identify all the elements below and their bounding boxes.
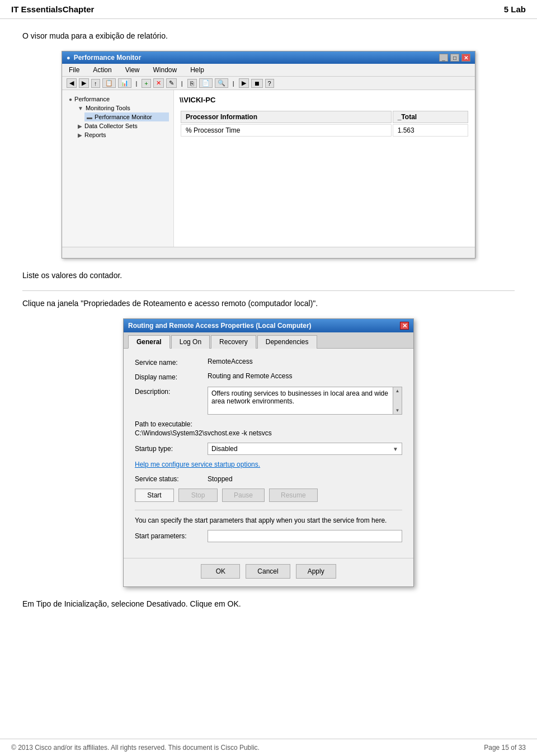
help-link[interactable]: Help me configure service startup option… (135, 461, 402, 468)
footer-page-info: Page 15 of 33 (484, 744, 526, 752)
path-section: Path to executable: C:\Windows\System32\… (135, 420, 402, 437)
main-content: O visor muda para a exibição de relatóri… (0, 19, 537, 626)
service-name-row: Service name: RemoteAccess (135, 358, 402, 367)
toolbar-copy[interactable]: ⎘ (187, 79, 197, 88)
dialog-body: Service name: RemoteAccess Display name:… (124, 349, 413, 558)
close-btn[interactable]: ✕ (461, 54, 470, 62)
toolbar-delete[interactable]: ✕ (153, 78, 164, 88)
toolbar-icon1[interactable]: 📋 (102, 78, 116, 88)
menu-help[interactable]: Help (188, 65, 206, 75)
report-row-label: % Processor Time (181, 124, 392, 137)
sidebar-reports[interactable]: ▶ Reports (76, 130, 169, 139)
sidebar-performance[interactable]: ● Performance (67, 95, 169, 104)
display-name-label: Display name: (135, 372, 208, 381)
resume-button[interactable]: Resume (269, 489, 318, 502)
description-row: Description: Offers routing services to … (135, 387, 402, 415)
menu-file[interactable]: File (67, 65, 82, 75)
params-label: Start parameters: (135, 532, 208, 540)
sidebar-perf-monitor[interactable]: ▬ Performance Monitor (84, 112, 169, 121)
dialog-footer: OK Cancel Apply (124, 558, 413, 586)
stop-button[interactable]: Stop (178, 489, 218, 502)
section2-text: Liste os valores do contador. (22, 270, 515, 281)
report-table: Processor Information _Total % Processor… (180, 110, 469, 138)
apply-button[interactable]: Apply (296, 564, 336, 579)
dropdown-arrow-icon: ▼ (393, 446, 398, 452)
report-col1-header: Processor Information (181, 111, 392, 123)
menu-action[interactable]: Action (91, 65, 114, 75)
dialog-titlebar: Routing and Remote Access Properties (Lo… (124, 319, 413, 332)
description-scrollbar[interactable]: ▲ ▼ (393, 387, 402, 414)
tab-dependencies[interactable]: Dependencies (257, 335, 317, 349)
intro-text: O visor muda para a exibição de relatóri… (22, 30, 515, 42)
toolbar-stop[interactable]: ⏹ (251, 79, 263, 88)
report-col2-header: _Total (393, 111, 468, 123)
scroll-down-arrow: ▼ (395, 408, 400, 413)
routing-dialog: Routing and Remote Access Properties (Lo… (123, 318, 414, 587)
footer-copyright: © 2013 Cisco and/or its affiliates. All … (11, 744, 260, 752)
menu-view[interactable]: View (123, 65, 142, 75)
start-button[interactable]: Start (135, 489, 174, 502)
toolbar-back[interactable]: ◀ (67, 78, 77, 88)
dialog-tabs: General Log On Recovery Dependencies (124, 332, 413, 349)
perf-body: ● Performance ▼ Monitoring Tools ▬ Perfo… (62, 90, 475, 247)
sidebar-monitoring-tools[interactable]: ▼ Monitoring Tools (76, 104, 169, 112)
tab-logon[interactable]: Log On (171, 335, 210, 349)
startup-value: Disabled (211, 445, 238, 453)
sidebar-monitoring-sub: ▬ Performance Monitor (84, 112, 169, 121)
toolbar-help2[interactable]: ? (265, 79, 274, 88)
dialog-title: Routing and Remote Access Properties (Lo… (128, 322, 312, 330)
dialog-close-btn[interactable]: ✕ (400, 322, 409, 330)
toolbar-play[interactable]: ▶ (239, 78, 249, 88)
params-row: Start parameters: (135, 530, 402, 542)
status-label: Service status: (135, 475, 208, 483)
params-input[interactable] (208, 530, 402, 542)
display-name-row: Display name: Routing and Remote Access (135, 372, 402, 381)
pause-button[interactable]: Pause (222, 489, 265, 502)
menu-window[interactable]: Window (151, 65, 180, 75)
perf-statusbar (62, 247, 475, 258)
perf-computer-name: \\VICKI-PC (180, 96, 469, 104)
perf-icon: ● (69, 96, 72, 102)
perf-menu-bar: File Action View Window Help (62, 64, 475, 77)
table-row: % Processor Time 1.563 (181, 124, 468, 137)
status-section: Service status: Stopped (135, 475, 402, 483)
status-value: Stopped (208, 475, 233, 483)
service-name-label: Service name: (135, 358, 208, 367)
toolbar-icon2[interactable]: 📊 (118, 78, 131, 88)
tab-recovery[interactable]: Recovery (211, 335, 256, 349)
tab-general[interactable]: General (128, 335, 170, 349)
sidebar-data-collector[interactable]: ▶ Data Collector Sets (76, 121, 169, 130)
params-description: You can specify the start parameters tha… (135, 516, 402, 525)
cancel-button[interactable]: Cancel (246, 564, 290, 579)
perf-main-area: \\VICKI-PC Processor Information _Total … (174, 90, 475, 247)
bottom-text: Em Tipo de Inicialização, selecione Desa… (22, 598, 515, 610)
perf-sidebar: ● Performance ▼ Monitoring Tools ▬ Perfo… (62, 90, 174, 247)
description-box: Offers routing services to businesses in… (208, 387, 402, 415)
chapter-title: IT EssentialsChapter (11, 4, 94, 14)
sidebar-reports-label: Reports (84, 132, 106, 138)
folder-icon: ▼ (78, 105, 83, 111)
page-footer: © 2013 Cisco and/or its affiliates. All … (0, 739, 537, 756)
toolbar-view[interactable]: 🔍 (215, 78, 228, 88)
path-label: Path to executable: (135, 420, 402, 428)
toolbar-forward[interactable]: ▶ (79, 78, 89, 88)
report-row-value: 1.563 (393, 124, 468, 137)
toolbar-up[interactable]: ↑ (91, 79, 100, 88)
collector-icon: ▶ (78, 123, 82, 129)
perf-monitor-title: ●Performance Monitor (67, 54, 141, 62)
minimize-btn[interactable]: _ (439, 54, 448, 62)
chart-icon: ▬ (87, 114, 92, 120)
perf-monitor-titlebar: ●Performance Monitor _ □ ✕ (62, 51, 475, 64)
path-value: C:\Windows\System32\svchost.exe -k netsv… (135, 429, 402, 437)
ok-button[interactable]: OK (201, 564, 240, 579)
service-name-value: RemoteAccess (208, 358, 402, 365)
toolbar-paste[interactable]: 📄 (199, 78, 213, 88)
startup-dropdown[interactable]: Disabled ▼ (208, 443, 402, 455)
maximize-btn[interactable]: □ (450, 54, 459, 62)
toolbar-add[interactable]: + (142, 79, 150, 88)
sidebar-collector-label: Data Collector Sets (84, 123, 138, 129)
sidebar-monitoring-label: Monitoring Tools (86, 105, 130, 111)
sidebar-perf-label: Performance (74, 96, 110, 102)
toolbar-edit[interactable]: ✎ (166, 78, 177, 88)
display-name-value: Routing and Remote Access (208, 372, 402, 380)
